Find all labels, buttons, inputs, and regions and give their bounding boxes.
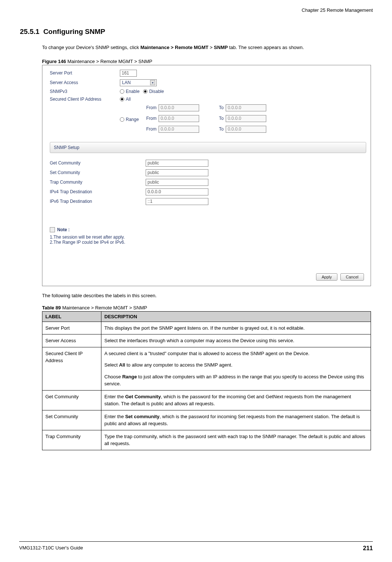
desc-pre: Choose — [104, 374, 122, 379]
radio-icon — [120, 117, 124, 122]
set-community-row: Set Community — [50, 169, 366, 176]
desc-bold: Range — [122, 374, 137, 379]
secured-all-radio[interactable]: All — [120, 97, 131, 102]
page-number: 211 — [363, 545, 373, 552]
range-to-input[interactable] — [226, 115, 266, 122]
table-title: Maintenance > Remote MGMT > SNMP — [61, 305, 147, 311]
note-line-1: 1.The session will be reset after apply. — [50, 235, 366, 240]
server-access-row: Server Access LAN ▾ — [50, 79, 366, 86]
range-to-input[interactable] — [226, 126, 266, 133]
chapter-header: Chapter 25 Remote Management — [19, 7, 373, 13]
ipv6-trap-input[interactable] — [146, 198, 208, 205]
row-desc: A secured client is a "trusted" computer… — [101, 347, 371, 390]
figure-number: Figure 146 — [42, 59, 66, 64]
snmpv3-disable-radio[interactable]: Disable — [143, 89, 164, 94]
table-caption: Table 89 Maintenance > Remote MGMT > SNM… — [42, 305, 373, 311]
cancel-button[interactable]: Cancel — [340, 273, 364, 281]
intro-prefix: To change your Device's SNMP settings, c… — [42, 45, 141, 50]
desc-post: to just allow the computers with an IP a… — [104, 374, 364, 387]
table-head-row: LABEL DESCRIPTION — [42, 311, 371, 322]
desc-pre: Select — [104, 362, 119, 368]
note-block: Note : 1.The session will be reset after… — [50, 227, 366, 245]
description-table: LABEL DESCRIPTION Server Port This displ… — [42, 311, 371, 450]
trap-community-label: Trap Community — [50, 180, 146, 185]
range-from-input[interactable] — [159, 126, 199, 133]
secured-client-label: Secured Client IP Address — [50, 97, 120, 102]
footer-divider — [19, 541, 373, 542]
ipv6-trap-label: IPv6 Trap Destination — [50, 199, 146, 204]
range-line-1: From To — [145, 104, 266, 111]
row-label: Get Community — [42, 390, 101, 410]
intro-suffix: tab. The screen appears as shown. — [228, 45, 304, 50]
row-label: Trap Community — [42, 430, 101, 450]
head-label: LABEL — [42, 311, 101, 322]
desc-post: to allow any computer to access the SNMP… — [125, 362, 232, 368]
table-number: Table 89 — [42, 305, 61, 311]
table-row: Server Access Select the interfaces thro… — [42, 334, 371, 347]
enable-text: Enable — [126, 89, 139, 94]
from-label: From — [145, 105, 156, 110]
row-label: Server Port — [42, 322, 101, 334]
range-line-3: From To — [145, 126, 266, 133]
secured-range-radio[interactable]: Range — [120, 117, 139, 122]
get-community-row: Get Community — [50, 160, 366, 167]
server-port-input[interactable] — [120, 70, 137, 77]
get-community-input[interactable] — [146, 160, 208, 167]
desc-text: A secured client is a "trusted" computer… — [104, 351, 309, 356]
post-figure-paragraph: The following table describes the labels… — [42, 293, 373, 298]
desc-bold: Get Community — [125, 394, 161, 399]
row-desc: Type the trap community, which is the pa… — [101, 430, 371, 450]
note-title: Note : — [57, 227, 70, 232]
radio-icon — [143, 89, 148, 94]
section-heading: 25.5.1 Configuring SNMP — [20, 28, 373, 36]
intro-bold-tab: SNMP — [214, 45, 228, 50]
row-desc: This displays the port the SNMP agent li… — [101, 322, 371, 334]
range-line-2: From To — [145, 115, 266, 122]
set-community-label: Set Community — [50, 170, 146, 175]
figure-title: Maintenance > Remote MGMT > SNMP — [66, 59, 152, 64]
ipv4-trap-input[interactable] — [146, 188, 208, 195]
row-desc: Enter the Get Community, which is the pa… — [101, 390, 371, 410]
table-row: Get Community Enter the Get Community, w… — [42, 390, 371, 410]
set-community-input[interactable] — [146, 169, 208, 176]
server-port-row: Server Port — [50, 70, 366, 77]
intro-paragraph: To change your Device's SNMP settings, c… — [42, 44, 369, 51]
note-line-2: 2.The Range IP could be IPv4 or IPv6. — [50, 240, 366, 245]
range-from-input[interactable] — [159, 115, 199, 122]
to-label: To — [201, 126, 223, 132]
range-from-input[interactable] — [159, 104, 199, 111]
section-title: Configuring SNMP — [43, 28, 105, 35]
table-row: Set Community Enter the Set community, w… — [42, 410, 371, 430]
section-number: 25.5.1 — [20, 28, 39, 35]
get-community-label: Get Community — [50, 160, 146, 166]
trap-community-row: Trap Community — [50, 179, 366, 186]
trap-community-input[interactable] — [146, 179, 208, 186]
note-title-row: Note : — [50, 227, 366, 232]
table-row: Trap Community Type the trap community, … — [42, 430, 371, 450]
row-desc: Enter the Set community, which is the pa… — [101, 410, 371, 430]
range-to-input[interactable] — [226, 104, 266, 111]
desc-pre: Enter the — [104, 394, 125, 399]
ipv4-trap-row: IPv4 Trap Destination — [50, 188, 366, 195]
apply-button[interactable]: Apply — [316, 273, 337, 281]
from-label: From — [145, 116, 156, 121]
secured-client-row: Secured Client IP Address All — [50, 97, 366, 102]
row-label: Server Access — [42, 334, 101, 347]
from-label: From — [145, 126, 156, 132]
chevron-down-icon: ▾ — [150, 80, 155, 85]
to-label: To — [201, 116, 223, 121]
ipv6-trap-row: IPv6 Trap Destination — [50, 198, 366, 205]
server-port-label: Server Port — [50, 70, 120, 76]
page-footer: VMG1312-T10C User's Guide 211 — [19, 545, 373, 552]
desc-bold: Set community — [125, 414, 159, 419]
table-row: Secured Client IP Address A secured clie… — [42, 347, 371, 390]
server-access-select[interactable]: LAN ▾ — [120, 79, 157, 86]
radio-icon — [120, 89, 124, 94]
figure-caption: Figure 146 Maintenance > Remote MGMT > S… — [42, 59, 373, 64]
radio-icon — [120, 97, 124, 101]
server-access-label: Server Access — [50, 80, 120, 85]
figure-screenshot: Server Port Server Access LAN ▾ SNMPv3 E… — [42, 65, 371, 286]
snmpv3-enable-radio[interactable]: Enable — [120, 89, 139, 94]
intro-mid: > — [208, 45, 214, 50]
disable-text: Disable — [149, 89, 164, 94]
